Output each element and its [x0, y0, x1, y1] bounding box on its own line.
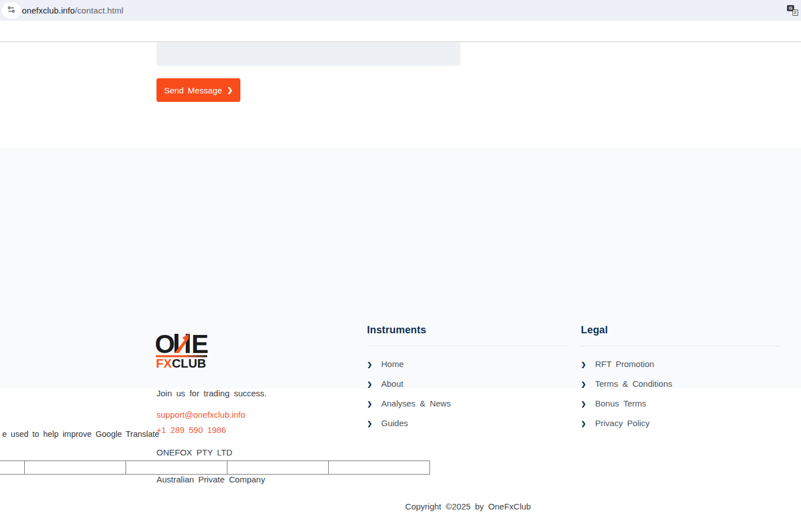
translate-icon-back: 文: [793, 10, 798, 16]
footer-link-home[interactable]: ❯ Home: [367, 359, 569, 370]
onefxclub-logo[interactable]: O E FXCLUB: [156, 334, 208, 371]
translate-table-cell: [25, 461, 126, 475]
translate-language-table: [0, 461, 430, 475]
footer-link-label: Bonus Terms: [595, 399, 646, 408]
footer-column-legal: Legal ❯ RFT Promotion ❯ Terms & Conditio…: [581, 324, 780, 438]
footer-link-terms-conditions[interactable]: ❯ Terms & Conditions: [581, 379, 780, 390]
logo-letter-e: E: [191, 334, 208, 359]
footer-link-about[interactable]: ❯ About: [367, 379, 569, 390]
footer-link-label: Analyses & News: [381, 399, 451, 408]
translate-notice-text: e used to help improve Google Translate: [2, 430, 159, 439]
chevron-right-icon: ❯: [227, 86, 233, 94]
footer-link-rft-promotion[interactable]: ❯ RFT Promotion: [581, 359, 780, 370]
url-path: /contact.html: [75, 6, 123, 15]
svg-text:FXCLUB: FXCLUB: [156, 356, 206, 369]
footer-link-analyses-news[interactable]: ❯ Analyses & News: [367, 399, 569, 410]
support-email-link[interactable]: support@onefxclub.info: [156, 410, 245, 419]
footer-tagline: Join us for trading success.: [156, 388, 267, 398]
chevron-right-icon: ❯: [581, 400, 586, 408]
footer-link-label: Privacy Policy: [595, 418, 650, 428]
logo-club: CLUB: [172, 356, 206, 369]
footer: O E FXCLUB Join us for trading s: [0, 148, 801, 388]
footer-column-instruments: Instruments ❯ Home ❯ About ❯ Analyses & …: [367, 324, 569, 438]
send-message-button[interactable]: Send Message ❯: [156, 78, 240, 102]
tune-icon: [7, 5, 16, 16]
company-name: ONEFOX PTY LTD: [156, 446, 265, 459]
chevron-right-icon: ❯: [367, 361, 372, 368]
column-rule: [367, 346, 569, 346]
chevron-right-icon: ❯: [581, 381, 586, 388]
logo-letter-o: O: [156, 334, 175, 359]
column-title: Instruments: [367, 324, 569, 336]
chevron-right-icon: ❯: [581, 361, 586, 368]
chevron-right-icon: ❯: [581, 420, 586, 427]
copyright-text: Copyright ©2025 by OneFxClub: [156, 502, 780, 511]
site-settings-button[interactable]: [2, 2, 21, 19]
company-type: Australian Private Company: [156, 473, 265, 486]
footer-link-guides[interactable]: ❯ Guides: [367, 418, 569, 430]
message-textarea[interactable]: [156, 42, 460, 66]
footer-link-bonus-terms[interactable]: ❯ Bonus Terms: [581, 399, 780, 410]
footer-link-label: Guides: [381, 418, 408, 428]
column-rule: [581, 346, 780, 346]
chevron-right-icon: ❯: [367, 420, 372, 427]
footer-link-label: Terms & Conditions: [595, 379, 672, 388]
browser-address-bar: onefxclub.info/contact.html G 文: [0, 0, 801, 21]
footer-link-label: About: [381, 379, 403, 388]
chevron-right-icon: ❯: [367, 400, 372, 408]
translate-table-cell: [329, 461, 430, 475]
logo-fx: FX: [156, 356, 172, 369]
translate-table-cell: [227, 461, 329, 475]
footer-link-label: RFT Promotion: [595, 359, 654, 369]
google-translate-icon[interactable]: G 文: [787, 5, 798, 16]
page: onefxclub.info/contact.html G 文 Send Mes…: [0, 0, 801, 532]
footer-link-privacy-policy[interactable]: ❯ Privacy Policy: [581, 418, 780, 430]
column-title: Legal: [581, 324, 780, 336]
url-field[interactable]: onefxclub.info/contact.html: [22, 0, 123, 21]
table-row: [0, 461, 430, 475]
chevron-right-icon: ❯: [367, 381, 372, 388]
footer-link-label: Home: [381, 359, 404, 369]
support-phone-link[interactable]: +1 289 590 1986: [156, 425, 226, 435]
translate-table-cell: [126, 461, 227, 475]
translate-table-cell: [0, 461, 25, 475]
send-message-label: Send Message: [164, 86, 222, 95]
url-host: onefxclub.info: [22, 6, 75, 15]
